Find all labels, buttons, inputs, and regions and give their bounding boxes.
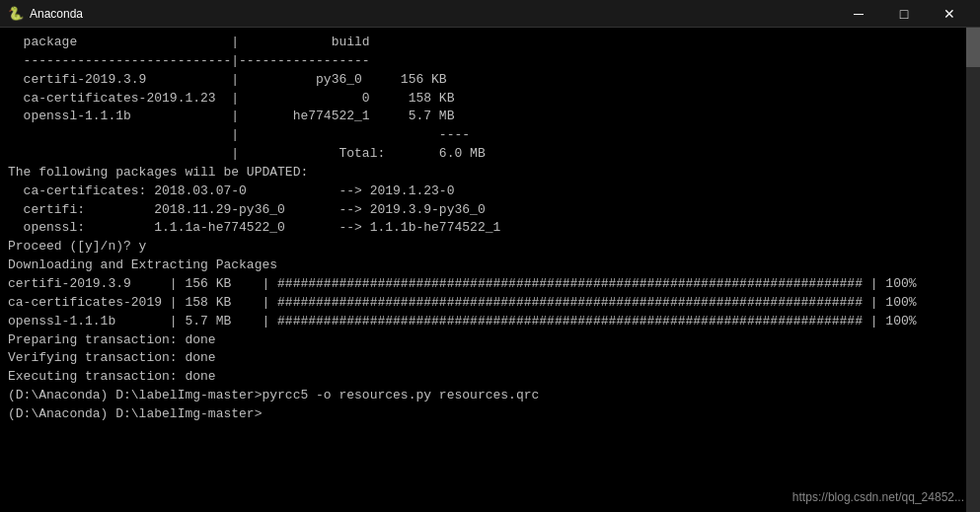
scrollbar-thumb[interactable]: [966, 28, 980, 67]
terminal-content: package | build ------------------------…: [8, 34, 958, 424]
terminal-line: Executing transaction: done: [8, 368, 958, 387]
title-bar-left: 🐍 Anaconda: [8, 6, 83, 22]
terminal-line: The following packages will be UPDATED:: [8, 164, 958, 183]
close-button[interactable]: ✕: [927, 0, 972, 28]
terminal-line: (D:\Anaconda) D:\labelImg-master>: [8, 405, 958, 424]
terminal-line: Proceed ([y]/n)? y: [8, 238, 958, 256]
terminal-line: | ----: [8, 126, 958, 145]
terminal-line: Downloading and Extracting Packages: [8, 256, 958, 275]
terminal-line: ca-certificates: 2018.03.07-0 --> 2019.1…: [8, 183, 958, 201]
app-icon: 🐍: [8, 6, 24, 22]
scrollbar[interactable]: [966, 28, 980, 512]
terminal-line: package | build: [8, 34, 958, 52]
title-bar: 🐍 Anaconda ─ □ ✕: [0, 0, 980, 28]
terminal-line: ca-certificates-2019.1.23 | 0 158 KB: [8, 90, 958, 109]
terminal-line: Preparing transaction: done: [8, 331, 958, 350]
terminal-line: openssl-1.1.1b | he774522_1 5.7 MB: [8, 108, 958, 126]
terminal-line: certifi-2019.3.9 | 156 KB | ############…: [8, 275, 958, 294]
window-title: Anaconda: [30, 7, 83, 21]
terminal-line: | Total: 6.0 MB: [8, 145, 958, 164]
terminal-line: openssl: 1.1.1a-he774522_0 --> 1.1.1b-he…: [8, 219, 958, 238]
terminal-line: openssl-1.1.1b | 5.7 MB | ##############…: [8, 313, 958, 331]
terminal-line: ---------------------------|------------…: [8, 52, 958, 71]
window-controls: ─ □ ✕: [836, 0, 972, 28]
terminal-line: ca-certificates-2019 | 158 KB | ########…: [8, 294, 958, 313]
terminal-line: (D:\Anaconda) D:\labelImg-master>pyrcc5 …: [8, 387, 958, 405]
terminal-line: certifi-2019.3.9 | py36_0 156 KB: [8, 71, 958, 90]
watermark: https://blog.csdn.net/qq_24852...: [792, 489, 964, 506]
terminal-window: package | build ------------------------…: [0, 28, 980, 512]
terminal-line: certifi: 2018.11.29-py36_0 --> 2019.3.9-…: [8, 201, 958, 220]
minimize-button[interactable]: ─: [836, 0, 881, 28]
terminal-line: Verifying transaction: done: [8, 349, 958, 368]
maximize-button[interactable]: □: [881, 0, 927, 28]
